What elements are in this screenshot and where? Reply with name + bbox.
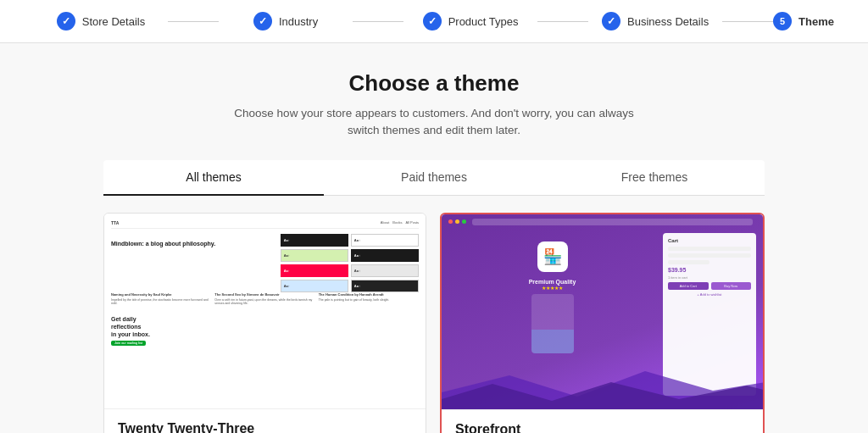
- step-label-business-details: Business Details: [627, 15, 709, 28]
- nav-step-product-types: ✓ Product Types: [403, 12, 537, 31]
- storefront-open-icon: 🏪: [537, 241, 568, 272]
- main-content: Choose a theme Choose how your store app…: [86, 43, 782, 433]
- step-icon-product-types: ✓: [423, 12, 442, 31]
- theme-preview-ttt: TTA About Books All Posts Aa↑ Aa↑ Aa↑ Aa…: [104, 214, 426, 408]
- nav-divider-3: [537, 21, 588, 22]
- step-icon-store-details: ✓: [57, 12, 75, 31]
- wizard-nav: ✓ Store Details ✓ Industry ✓ Product Typ…: [0, 0, 868, 43]
- nav-divider-4: [722, 21, 773, 22]
- theme-card-storefront: 🏪 Premium Quality ★★★★★ Cart $39.95 1 it…: [440, 213, 765, 434]
- step-label-product-types: Product Types: [448, 15, 519, 28]
- page-subtitle: Choose how your store appears to custome…: [103, 105, 765, 140]
- svg-marker-1: [442, 382, 763, 409]
- theme-info-storefront: Storefront Free Choose Live demo: [442, 409, 763, 434]
- tab-paid-themes[interactable]: Paid themes: [324, 160, 544, 196]
- nav-divider-1: [168, 21, 219, 22]
- themes-grid: TTA About Books All Posts Aa↑ Aa↑ Aa↑ Aa…: [103, 213, 765, 434]
- step-label-theme: Theme: [798, 15, 834, 28]
- page-title: Choose a theme: [103, 70, 765, 97]
- theme-card-twenty-twenty-three: TTA About Books All Posts Aa↑ Aa↑ Aa↑ Aa…: [103, 213, 426, 434]
- theme-tabs: All themes Paid themes Free themes: [103, 160, 765, 196]
- step-label-store-details: Store Details: [82, 15, 145, 28]
- theme-preview-storefront: 🏪 Premium Quality ★★★★★ Cart $39.95 1 it…: [442, 214, 763, 409]
- theme-name-ttt: Twenty Twenty-Three: [118, 421, 412, 434]
- theme-info-ttt: Twenty Twenty-Three Currently active the…: [104, 408, 426, 434]
- tab-all-themes[interactable]: All themes: [103, 160, 324, 196]
- step-icon-industry: ✓: [253, 12, 272, 31]
- tab-free-themes[interactable]: Free themes: [544, 160, 765, 196]
- nav-divider-2: [353, 21, 403, 22]
- theme-name-storefront: Storefront: [455, 422, 749, 434]
- step-icon-theme: 5: [773, 12, 792, 31]
- step-icon-business-details: ✓: [602, 12, 620, 31]
- nav-step-theme: 5 Theme: [773, 12, 834, 31]
- step-label-industry: Industry: [279, 15, 318, 28]
- nav-step-industry: ✓ Industry: [219, 12, 353, 31]
- nav-step-store-details: ✓ Store Details: [34, 12, 168, 31]
- nav-step-business-details: ✓ Business Details: [588, 12, 722, 31]
